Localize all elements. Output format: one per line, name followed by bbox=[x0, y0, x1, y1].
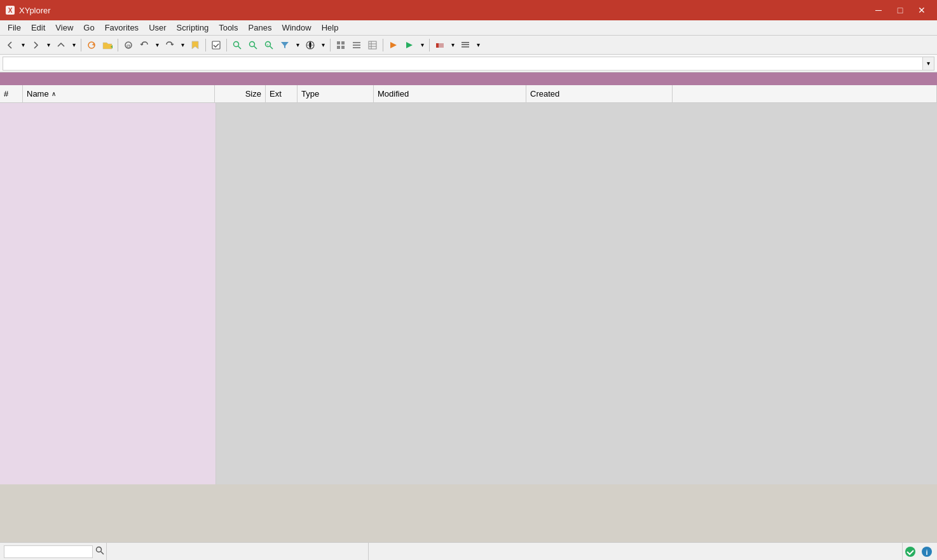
title-controls: ─ □ ✕ bbox=[868, 1, 932, 19]
zoom-button[interactable]: + bbox=[261, 38, 277, 53]
nav-up-dropdown[interactable]: ▾ bbox=[69, 38, 78, 53]
status-right-section bbox=[369, 543, 903, 560]
toolbar-sep-5 bbox=[330, 39, 331, 51]
address-input[interactable] bbox=[3, 57, 923, 71]
svg-rect-20 bbox=[353, 44, 360, 46]
svg-rect-15 bbox=[337, 41, 340, 44]
svg-rect-22 bbox=[369, 41, 376, 49]
svg-rect-16 bbox=[341, 41, 345, 44]
svg-rect-17 bbox=[337, 46, 340, 49]
script-edit-button[interactable] bbox=[402, 38, 417, 53]
svg-point-33 bbox=[97, 547, 102, 552]
file-content bbox=[0, 103, 937, 484]
nav-back-button[interactable] bbox=[3, 38, 18, 53]
menu-go[interactable]: Go bbox=[78, 21, 99, 35]
checkbox-button[interactable] bbox=[209, 38, 224, 53]
redo-dropdown[interactable]: ▾ bbox=[178, 38, 187, 53]
address-dropdown-button[interactable]: ▾ bbox=[923, 57, 934, 71]
name-sort-arrow: ∧ bbox=[51, 90, 56, 97]
right-panel bbox=[216, 103, 937, 484]
col-header-rest[interactable] bbox=[673, 85, 937, 102]
view-details[interactable] bbox=[365, 38, 380, 53]
view-tiles[interactable] bbox=[333, 38, 348, 53]
svg-line-10 bbox=[254, 46, 257, 49]
menu-favorites[interactable]: Favorites bbox=[100, 21, 144, 35]
search-button[interactable] bbox=[229, 38, 245, 53]
svg-rect-19 bbox=[353, 42, 360, 43]
filter-dropdown[interactable]: ▾ bbox=[293, 38, 302, 53]
col-header-ext[interactable]: Ext bbox=[266, 85, 298, 102]
status-icons: i bbox=[903, 544, 937, 559]
color-dropdown[interactable]: ▾ bbox=[448, 38, 457, 53]
menu-file[interactable]: File bbox=[3, 21, 26, 35]
color-button[interactable] bbox=[432, 38, 448, 53]
svg-rect-21 bbox=[353, 47, 360, 48]
svg-text:X: X bbox=[8, 7, 13, 14]
col-header-modified[interactable]: Modified bbox=[374, 85, 526, 102]
listformat-dropdown[interactable]: ▾ bbox=[474, 38, 482, 53]
col-header-num[interactable]: # bbox=[0, 85, 23, 102]
svg-line-12 bbox=[270, 46, 273, 49]
toolbar-sep-1 bbox=[81, 39, 81, 51]
status-search-input[interactable] bbox=[4, 545, 93, 558]
nav-back-dropdown[interactable]: ▾ bbox=[18, 38, 27, 53]
svg-point-35 bbox=[905, 547, 915, 557]
col-header-type[interactable]: Type bbox=[298, 85, 374, 102]
col-header-created[interactable]: Created bbox=[526, 85, 673, 102]
undo-dropdown[interactable]: ▾ bbox=[153, 38, 161, 53]
menu-window[interactable]: Window bbox=[277, 21, 316, 35]
menu-tools[interactable]: Tools bbox=[214, 21, 243, 35]
status-search-section bbox=[0, 543, 107, 560]
col-header-name[interactable]: Name ∧ bbox=[23, 85, 215, 102]
close-button[interactable]: ✕ bbox=[912, 1, 932, 19]
menu-view[interactable]: View bbox=[50, 21, 78, 35]
globe-button[interactable] bbox=[303, 38, 318, 53]
nav-up-button[interactable] bbox=[53, 38, 69, 53]
toolbar-sep-7 bbox=[429, 39, 430, 51]
search-icon[interactable] bbox=[95, 546, 104, 557]
script-run-button[interactable] bbox=[386, 38, 401, 53]
filter-button[interactable] bbox=[277, 38, 292, 53]
bookmark-button[interactable] bbox=[188, 38, 203, 53]
menu-panes[interactable]: Panes bbox=[243, 21, 277, 35]
locate-dropdown[interactable]: ▾ bbox=[318, 38, 327, 53]
redo-button[interactable] bbox=[162, 38, 177, 53]
address-button[interactable]: @ bbox=[121, 38, 136, 53]
svg-point-7 bbox=[234, 41, 239, 46]
svg-line-8 bbox=[238, 46, 242, 49]
svg-text:i: i bbox=[926, 549, 927, 556]
title-bar: X XYplorer ─ □ ✕ bbox=[0, 0, 937, 20]
toolbar: ▾ ▾ ▾ + @ ▾ ▾ bbox=[0, 36, 937, 55]
undo-button[interactable] bbox=[137, 38, 152, 53]
title-bar-left: X XYplorer bbox=[5, 5, 51, 15]
menu-bar: File Edit View Go Favorites User Scripti… bbox=[0, 20, 937, 36]
address-bar: ▾ bbox=[0, 55, 937, 72]
check-icon[interactable] bbox=[903, 544, 918, 559]
left-panel bbox=[0, 103, 216, 484]
refresh-button[interactable] bbox=[84, 38, 99, 53]
listformat-button[interactable] bbox=[458, 38, 473, 53]
svg-rect-31 bbox=[462, 44, 469, 45]
menu-edit[interactable]: Edit bbox=[26, 21, 50, 35]
app-icon: X bbox=[5, 5, 15, 15]
toolbar-sep-6 bbox=[383, 39, 383, 51]
nav-forward-dropdown[interactable]: ▾ bbox=[44, 38, 53, 53]
svg-text:+: + bbox=[111, 44, 113, 50]
view-list[interactable] bbox=[349, 38, 364, 53]
minimize-button[interactable]: ─ bbox=[868, 1, 889, 19]
app-title: XYplorer bbox=[19, 6, 51, 15]
maximize-button[interactable]: □ bbox=[890, 1, 910, 19]
svg-marker-26 bbox=[390, 42, 397, 48]
menu-user[interactable]: User bbox=[144, 21, 171, 35]
script-dropdown[interactable]: ▾ bbox=[418, 38, 427, 53]
nav-forward-button[interactable] bbox=[28, 38, 43, 53]
menu-help[interactable]: Help bbox=[317, 21, 344, 35]
col-header-size[interactable]: Size bbox=[215, 85, 266, 102]
info-icon[interactable]: i bbox=[919, 544, 934, 559]
svg-rect-18 bbox=[341, 46, 345, 49]
svg-text:@: @ bbox=[126, 43, 131, 49]
menu-scripting[interactable]: Scripting bbox=[172, 21, 214, 35]
svg-marker-27 bbox=[406, 42, 413, 48]
newfolder-button[interactable]: + bbox=[100, 38, 115, 53]
search2-button[interactable] bbox=[245, 38, 261, 53]
